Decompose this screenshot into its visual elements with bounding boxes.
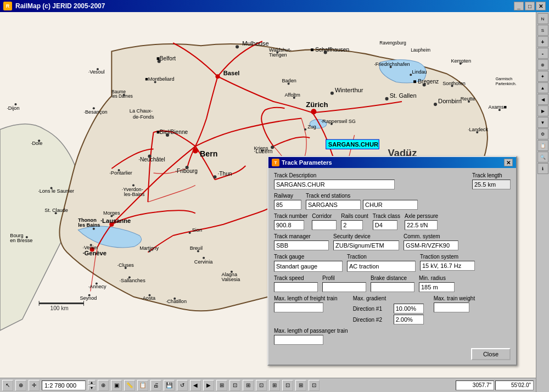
status-btn-refresh[interactable]: ↺ bbox=[177, 380, 188, 391]
button-row: Close bbox=[274, 348, 511, 360]
svg-text:·Sallanches: ·Sallanches bbox=[120, 278, 146, 283]
coord-display-2: 55'02.0" bbox=[495, 380, 534, 390]
track-speed-input[interactable] bbox=[274, 282, 318, 292]
scale-down-arrow[interactable]: ▼ bbox=[88, 385, 96, 390]
toolbar-btn-7[interactable]: ▶ bbox=[537, 105, 548, 116]
max-train-weight-input[interactable] bbox=[434, 303, 469, 312]
status-btn-info[interactable]: 📋 bbox=[137, 380, 148, 391]
corridor-input[interactable] bbox=[312, 220, 337, 230]
status-bar: ↖ ⊕ ✛ 1:2 780 000 ▲ ▼ ⊕ ▣ 📏 📋 🖨 💾 ↺ ◀ ▶ … bbox=[0, 378, 536, 392]
comm-system-input[interactable] bbox=[404, 240, 458, 250]
svg-text:·Lausanne: ·Lausanne bbox=[100, 217, 131, 224]
title-buttons: _ □ ✕ bbox=[514, 2, 546, 10]
status-btn-6[interactable]: ⊞ bbox=[269, 380, 280, 391]
min-radius-input[interactable] bbox=[419, 282, 455, 292]
status-btn-9[interactable]: ⊡ bbox=[309, 380, 320, 391]
svg-text:Partenkirch.: Partenkirch. bbox=[496, 82, 517, 86]
toolbar-btn-12[interactable]: ℹ bbox=[537, 163, 548, 174]
toolbar-btn-10[interactable]: 📋 bbox=[537, 140, 548, 151]
status-btn-select[interactable]: ▣ bbox=[111, 380, 122, 391]
status-btn-zoom[interactable]: ⊕ bbox=[15, 380, 26, 391]
station2-input[interactable] bbox=[363, 200, 418, 210]
svg-text:Martigny: Martigny bbox=[139, 245, 159, 251]
svg-text:les-Bains: les-Bains bbox=[124, 192, 145, 197]
railway-input[interactable] bbox=[274, 200, 301, 210]
toolbar-btn-9[interactable]: ⚙ bbox=[537, 128, 548, 139]
toolbar-btn-zoom-in[interactable]: + bbox=[537, 36, 548, 47]
traction-label: Traction bbox=[347, 254, 416, 260]
svg-text:■Montbeliard: ■Montbeliard bbox=[145, 76, 174, 82]
status-btn-print[interactable]: 🖨 bbox=[150, 380, 161, 391]
svg-text:les Bains: les Bains bbox=[78, 222, 100, 228]
minimize-button[interactable]: _ bbox=[514, 2, 524, 10]
main-content: Basel Mulhouse ■Belfort Bern Zürich Wint… bbox=[0, 12, 549, 392]
scale-up-arrow[interactable]: ▲ bbox=[88, 380, 96, 385]
svg-text:Mulhouse: Mulhouse bbox=[242, 40, 268, 47]
close-dialog-button[interactable]: Close bbox=[471, 348, 511, 360]
toolbar-btn-8[interactable]: ▼ bbox=[537, 117, 548, 128]
brake-distance-input[interactable] bbox=[371, 282, 414, 292]
status-btn-node[interactable]: ⊡ bbox=[229, 380, 240, 391]
traction-select[interactable]: AC traction bbox=[347, 261, 416, 272]
svg-text:100 km: 100 km bbox=[51, 305, 69, 311]
form-row-2: Railway Track end stations bbox=[274, 193, 511, 210]
toolbar-btn-5[interactable]: ▲ bbox=[537, 82, 548, 93]
status-btn-forward[interactable]: ▶ bbox=[203, 380, 214, 391]
track-class-input[interactable] bbox=[373, 220, 397, 230]
svg-text:·Chatillon: ·Chatillon bbox=[166, 299, 187, 304]
brake-distance-group: Brake distance bbox=[371, 275, 414, 292]
direction2-input[interactable] bbox=[394, 315, 424, 324]
svg-text:Axams■: Axams■ bbox=[489, 104, 507, 110]
status-btn-7[interactable]: ⊡ bbox=[282, 380, 293, 391]
svg-text:Valsesia: Valsesia bbox=[222, 277, 241, 282]
profil-input[interactable] bbox=[322, 282, 366, 292]
status-btn-station[interactable]: ⊞ bbox=[243, 380, 254, 391]
toolbar-btn-11[interactable]: 🔍 bbox=[537, 152, 548, 163]
track-gauge-group: Track gauge Standart gauge bbox=[274, 254, 343, 272]
toolbar-btn-6[interactable]: ◀ bbox=[537, 94, 548, 105]
toolbar-btn-1[interactable]: N bbox=[537, 13, 548, 24]
dialog-close-button[interactable]: ✕ bbox=[504, 159, 513, 166]
track-manager-label: Track manager bbox=[274, 233, 329, 239]
status-btn-5[interactable]: ⊡ bbox=[256, 380, 267, 391]
status-btn-center[interactable]: ⊕ bbox=[98, 380, 109, 391]
close-button[interactable]: ✕ bbox=[536, 2, 546, 10]
traction-system-input[interactable] bbox=[420, 261, 475, 271]
maximize-button[interactable]: □ bbox=[525, 2, 535, 10]
status-btn-save[interactable]: 💾 bbox=[164, 380, 175, 391]
security-device-input[interactable] bbox=[333, 240, 399, 250]
track-manager-input[interactable] bbox=[274, 240, 329, 250]
toolbar-btn-3[interactable]: ⊕ bbox=[537, 59, 548, 70]
max-passenger-input[interactable] bbox=[274, 335, 323, 345]
svg-text:·Annecy: ·Annecy bbox=[88, 284, 107, 289]
svg-text:■Belfort: ■Belfort bbox=[156, 55, 176, 61]
status-btn-move[interactable]: ✛ bbox=[29, 380, 40, 391]
track-description-input[interactable] bbox=[274, 180, 395, 189]
direction1-input[interactable] bbox=[394, 304, 424, 313]
status-btn-cursor[interactable]: ↖ bbox=[2, 380, 13, 391]
brake-distance-label: Brake distance bbox=[371, 275, 414, 281]
toolbar-btn-4[interactable]: ✦ bbox=[537, 71, 548, 82]
toolbar-btn-zoom-out[interactable]: - bbox=[537, 48, 548, 59]
max-freight-input[interactable] bbox=[274, 303, 323, 312]
rails-count-input[interactable] bbox=[341, 220, 363, 230]
station1-input[interactable] bbox=[306, 200, 361, 210]
svg-text:Kriens: Kriens bbox=[254, 145, 268, 151]
track-number-group: Track number bbox=[274, 213, 307, 230]
rails-count-label: Rails count bbox=[341, 213, 368, 219]
svg-text:Kempten: Kempten bbox=[451, 58, 471, 64]
axle-perssure-input[interactable] bbox=[405, 220, 438, 230]
status-btn-8[interactable]: ⊞ bbox=[295, 380, 306, 391]
track-gauge-select[interactable]: Standart gauge bbox=[274, 261, 343, 272]
traction-system-group: Traction system bbox=[420, 254, 475, 271]
svg-text:·Cluses: ·Cluses bbox=[117, 262, 135, 268]
svg-text:SARGANS.CHUR: SARGANS.CHUR bbox=[328, 141, 378, 148]
status-btn-measure[interactable]: 📏 bbox=[124, 380, 135, 391]
track-speed-label: Track speed bbox=[274, 275, 318, 281]
status-btn-track[interactable]: ⊞ bbox=[216, 380, 227, 391]
comm-system-label: Comm. system bbox=[404, 233, 458, 239]
toolbar-btn-2[interactable]: S bbox=[537, 25, 548, 36]
status-btn-back[interactable]: ◀ bbox=[190, 380, 201, 391]
svg-text:Laupheim: Laupheim bbox=[411, 48, 430, 53]
track-number-input[interactable] bbox=[274, 220, 304, 230]
